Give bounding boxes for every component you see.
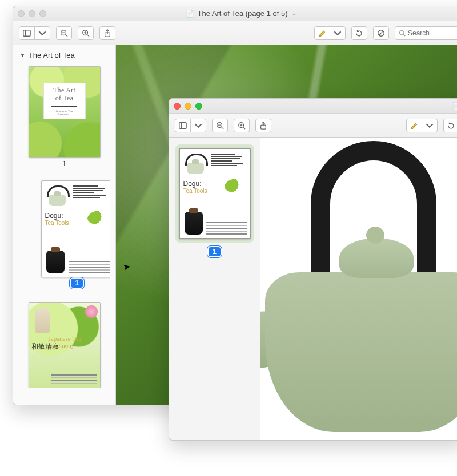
cover-title-line2: of Tea	[55, 95, 74, 103]
zoom-dot[interactable]	[39, 10, 46, 17]
cover-title-line1: The Art	[53, 87, 75, 95]
jar-illustration	[46, 251, 65, 273]
close-dot[interactable]	[18, 10, 25, 17]
minimize-dot[interactable]	[185, 103, 191, 110]
rotate-button[interactable]	[351, 26, 367, 40]
preview-child-window: 📄	[169, 98, 457, 441]
page-number-label: 1	[62, 160, 66, 168]
thumb-page-3[interactable]: Japanese Tea Ceremony 和敬清寂	[29, 302, 101, 388]
document-icon: 📄	[186, 10, 194, 18]
window-title-text: The Art of Tea (page 1 of 5)	[197, 9, 287, 18]
disclosure-triangle-icon[interactable]: ▼	[20, 53, 25, 58]
sidebar-mode-group	[175, 119, 206, 132]
markup-group	[314, 26, 346, 40]
svg-line-3	[66, 34, 68, 37]
sidebar-mode-dropdown[interactable]	[34, 26, 50, 40]
teapot-illustration	[260, 141, 457, 426]
child-thumbnails-sidebar: Dōgu: Tea Tools 1	[169, 138, 260, 440]
svg-point-11	[379, 34, 380, 35]
traffic-lights	[18, 10, 46, 17]
document-icon: 📄	[452, 102, 457, 110]
thumb-page-2-dragging[interactable]: Dōgu: Tea Tools 1	[41, 180, 110, 289]
svg-line-6	[87, 34, 90, 37]
svg-point-12	[400, 30, 404, 35]
thumbnail-list: The Art of Tea Japanese Tea Ceremony 1	[19, 64, 110, 388]
sidebar-toggle-button[interactable]	[19, 26, 35, 40]
sidebar-doc-title: The Art of Tea	[29, 51, 75, 59]
kanji-column: 和敬清寂	[31, 343, 59, 350]
highlight-dropdown[interactable]	[330, 26, 346, 40]
zoom-in-button[interactable]	[78, 26, 94, 40]
cover-subtitle: Japanese Tea Ceremony	[51, 106, 77, 116]
kettle-illustration	[45, 184, 69, 209]
close-dot[interactable]	[174, 103, 181, 110]
share-button[interactable]	[255, 119, 271, 132]
zoom-out-button[interactable]	[56, 26, 72, 40]
sidebar-doc-header[interactable]: ▼ The Art of Tea	[19, 49, 110, 64]
traffic-lights	[174, 103, 202, 110]
main-titlebar[interactable]: 📄 The Art of Tea (page 1 of 5) ⌄	[13, 6, 457, 21]
sidebar-toggle-button[interactable]	[175, 119, 191, 132]
highlight-button[interactable]	[314, 26, 330, 40]
minimize-dot[interactable]	[29, 10, 35, 17]
svg-rect-0	[23, 30, 30, 36]
highlight-dropdown[interactable]	[422, 119, 438, 132]
thumb-page-1[interactable]: The Art of Tea Japanese Tea Ceremony 1	[29, 66, 101, 168]
whisk-illustration	[35, 308, 50, 333]
child-titlebar[interactable]: 📄	[169, 99, 457, 114]
child-document-viewer[interactable]	[260, 138, 457, 440]
drag-count-badge: 1	[70, 277, 84, 289]
thumb-page-1-selected[interactable]: Dōgu: Tea Tools 1	[175, 144, 254, 257]
kettle-illustration	[183, 152, 207, 178]
chevron-down-icon: ⌄	[292, 10, 296, 17]
flower-illustration	[85, 305, 98, 318]
share-button[interactable]	[99, 26, 115, 40]
page-badge: 1	[207, 246, 222, 257]
main-toolbar	[13, 21, 457, 45]
svg-line-17	[222, 127, 224, 129]
svg-line-13	[403, 34, 405, 36]
svg-rect-14	[179, 122, 186, 128]
window-title[interactable]: 📄 The Art of Tea (page 1 of 5) ⌄	[186, 9, 296, 18]
zoom-out-button[interactable]	[212, 119, 228, 132]
highlight-button[interactable]	[406, 119, 422, 132]
zoom-dot[interactable]	[195, 103, 202, 110]
thumbnails-sidebar: ▼ The Art of Tea The Art of Tea Japanese…	[13, 45, 116, 405]
sidebar-mode-dropdown[interactable]	[190, 119, 206, 132]
search-icon	[399, 30, 406, 37]
child-toolbar	[169, 114, 457, 138]
search-input[interactable]	[408, 29, 454, 37]
search-field[interactable]	[395, 26, 457, 40]
rotate-button[interactable]	[443, 119, 457, 132]
sidebar-mode-group	[19, 26, 50, 40]
zoom-in-button[interactable]	[234, 119, 250, 132]
svg-line-20	[243, 127, 246, 129]
jar-illustration	[185, 212, 203, 235]
markup-toolbar-button[interactable]	[373, 26, 389, 40]
markup-group	[406, 119, 438, 132]
